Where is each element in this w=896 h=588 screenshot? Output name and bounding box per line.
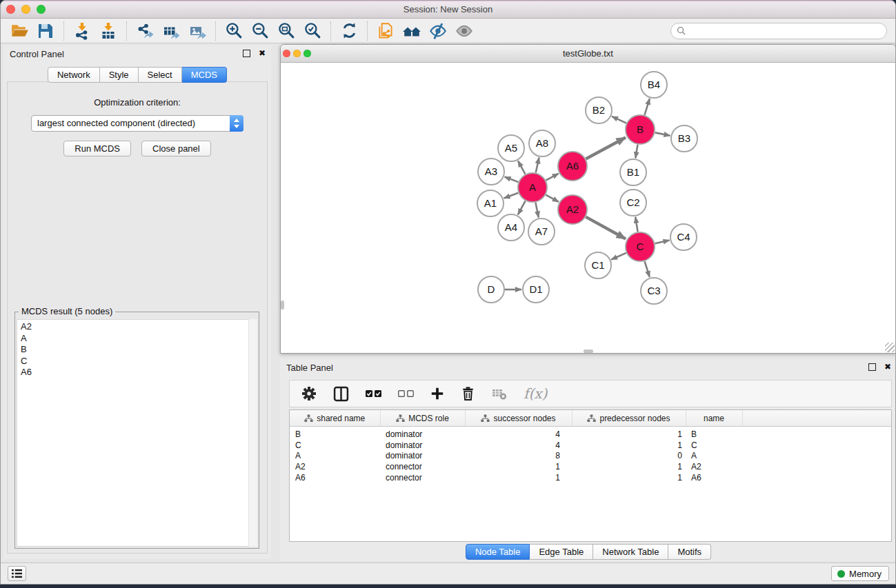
graph-node[interactable]: C2: [620, 190, 646, 216]
column-header-name[interactable]: name: [686, 410, 742, 427]
result-item[interactable]: C: [17, 356, 257, 367]
select-all-button[interactable]: [366, 390, 381, 397]
function-builder-button[interactable]: f(x): [524, 385, 547, 402]
delete-table-button[interactable]: [492, 387, 507, 401]
gear-button[interactable]: [301, 386, 317, 401]
column-header-predecessor-nodes[interactable]: predecessor nodes: [572, 410, 686, 427]
resize-grip[interactable]: [885, 343, 895, 352]
graph-node[interactable]: B2: [586, 97, 612, 123]
graph-edge[interactable]: [546, 174, 558, 181]
graph-edge[interactable]: [611, 253, 626, 260]
deselect-all-button[interactable]: [398, 390, 414, 397]
graph-node[interactable]: C3: [641, 278, 667, 304]
tab-network[interactable]: Network: [48, 67, 100, 83]
import-network-button[interactable]: [69, 20, 95, 42]
table-row[interactable]: Adominator80A: [290, 451, 891, 462]
graph-edge[interactable]: [645, 261, 650, 277]
column-header-successor-nodes[interactable]: successor nodes: [465, 410, 572, 427]
horizontal-scrollbar-thumb[interactable]: [584, 349, 593, 353]
graph-node[interactable]: D1: [523, 276, 549, 303]
export-network-button[interactable]: [132, 20, 158, 42]
tab-motifs[interactable]: Motifs: [668, 544, 711, 560]
tab-edge-table[interactable]: Edge Table: [530, 544, 593, 560]
graph-node[interactable]: B3: [671, 125, 697, 152]
tab-network-table[interactable]: Network Table: [593, 544, 668, 560]
graph-node[interactable]: A6: [558, 152, 587, 181]
close-panel-icon[interactable]: [884, 363, 891, 371]
zoom-in-button[interactable]: [221, 20, 247, 42]
hide-panels-button[interactable]: [425, 20, 451, 42]
minimize-window-icon[interactable]: [293, 50, 301, 57]
search-input[interactable]: [686, 26, 881, 37]
result-item[interactable]: A: [17, 333, 257, 345]
graph-node[interactable]: C: [626, 232, 655, 261]
close-window-icon[interactable]: [283, 50, 290, 57]
delete-button[interactable]: [461, 386, 475, 401]
close-panel-button[interactable]: Close panel: [141, 141, 211, 156]
show-columns-button[interactable]: [333, 386, 349, 402]
graph-node[interactable]: D: [478, 276, 504, 303]
graph-node[interactable]: A7: [528, 219, 555, 245]
result-item[interactable]: A2: [17, 321, 257, 333]
column-header-shared-name[interactable]: shared name: [290, 410, 380, 427]
network-from-document-button[interactable]: [372, 20, 399, 42]
graph-node[interactable]: A5: [498, 135, 524, 161]
graph-node[interactable]: B1: [620, 159, 646, 185]
result-item[interactable]: A6: [17, 367, 257, 378]
import-table-button[interactable]: [95, 20, 121, 42]
graph-edge[interactable]: [546, 195, 559, 202]
graph-edge[interactable]: [536, 158, 539, 173]
task-history-button[interactable]: [8, 566, 26, 581]
zoom-window-icon[interactable]: [37, 5, 46, 14]
graph-node[interactable]: A8: [529, 130, 555, 156]
graph-edge[interactable]: [655, 132, 670, 135]
graph-edge[interactable]: [586, 217, 626, 239]
graph-node[interactable]: A: [518, 173, 547, 202]
network-canvas[interactable]: B4B2BB3A8A5A6B1A3AC2A1A2A4A7C4CC1C3DD1: [281, 63, 895, 353]
add-column-button[interactable]: [430, 387, 444, 401]
dropdown-stepper-icon[interactable]: [230, 115, 243, 132]
table-row[interactable]: A2connector11A2: [290, 461, 891, 472]
result-item[interactable]: B: [17, 344, 257, 356]
graph-edge[interactable]: [644, 99, 649, 115]
graph-node[interactable]: A4: [498, 214, 524, 241]
table-row[interactable]: Bdominator41B: [290, 427, 891, 440]
close-window-icon[interactable]: [6, 5, 15, 14]
save-session-button[interactable]: [32, 20, 59, 42]
zoom-out-button[interactable]: [247, 20, 273, 42]
tab-node-table[interactable]: Node Table: [466, 544, 530, 560]
run-mcds-button[interactable]: Run MCDS: [63, 141, 131, 156]
graph-node[interactable]: A2: [558, 195, 587, 224]
tab-mcds[interactable]: MCDS: [182, 67, 227, 83]
result-scrollbar[interactable]: [248, 319, 257, 547]
export-table-button[interactable]: [158, 20, 184, 42]
graph-edge[interactable]: [518, 201, 526, 214]
graph-edge[interactable]: [518, 161, 525, 174]
graph-node[interactable]: B: [626, 115, 655, 144]
zoom-selected-button[interactable]: [299, 20, 326, 42]
graph-node[interactable]: B4: [641, 72, 667, 98]
graph-node[interactable]: C1: [585, 252, 611, 278]
float-panel-icon[interactable]: [243, 50, 250, 57]
home-button[interactable]: [399, 20, 425, 42]
close-panel-icon[interactable]: [259, 49, 266, 57]
tab-style[interactable]: Style: [100, 67, 139, 83]
export-image-button[interactable]: [184, 20, 210, 42]
table-row[interactable]: Cdominator41C: [290, 440, 891, 451]
graph-node[interactable]: C4: [670, 224, 697, 250]
open-session-button[interactable]: [6, 20, 32, 42]
graph-edge[interactable]: [655, 241, 669, 244]
memory-button[interactable]: Memory: [831, 566, 889, 581]
graph-edge[interactable]: [505, 177, 519, 183]
graph-edge[interactable]: [612, 116, 626, 123]
tab-select[interactable]: Select: [139, 67, 182, 83]
graph-edge[interactable]: [635, 145, 637, 159]
show-panels-button[interactable]: [451, 20, 477, 42]
table-row[interactable]: A6connector11A6: [290, 472, 891, 483]
optimization-dropdown[interactable]: largest connected component (directed): [31, 115, 243, 132]
zoom-window-icon[interactable]: [303, 50, 311, 57]
vertical-scrollbar-thumb[interactable]: [281, 301, 284, 310]
graph-node[interactable]: A3: [478, 159, 504, 185]
minimize-window-icon[interactable]: [21, 5, 30, 14]
zoom-fit-button[interactable]: [273, 20, 299, 42]
